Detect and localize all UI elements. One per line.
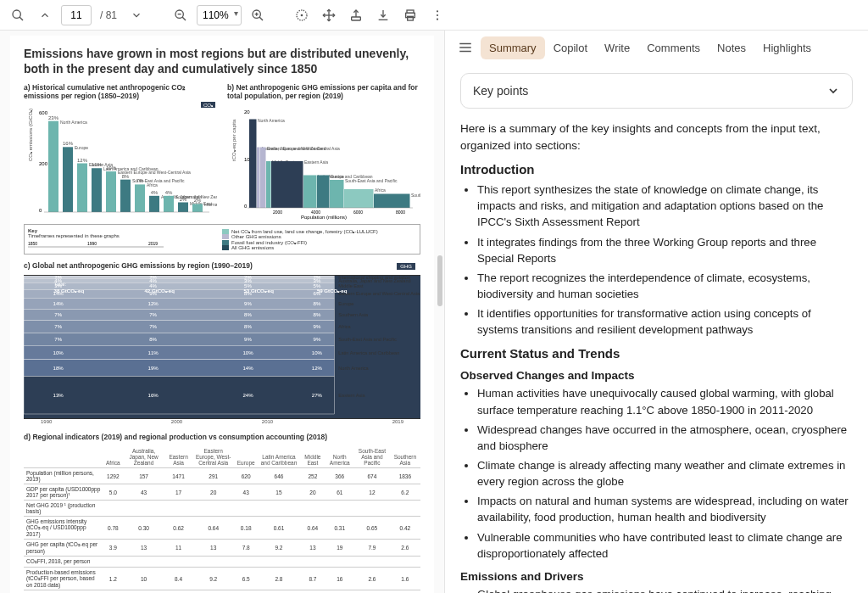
- list-item: Global greenhouse gas emissions have con…: [477, 586, 853, 593]
- search-icon[interactable]: [7, 4, 29, 26]
- svg-line-8: [259, 17, 263, 20]
- prev-page-icon[interactable]: [34, 4, 56, 26]
- side-panel: SummaryCopilotWriteCommentsNotesHighligh…: [445, 31, 868, 593]
- svg-text:Latin America and Caribbean: Latin America and Caribbean: [338, 350, 399, 355]
- svg-text:1850: 1850: [28, 241, 37, 246]
- svg-text:7%: 7%: [54, 337, 62, 342]
- bullet-list: Human activities have unequivocally caus…: [460, 385, 853, 561]
- svg-text:14%: 14%: [242, 366, 253, 371]
- legend-box: Key Timeframes represented in these grap…: [24, 224, 420, 255]
- svg-text:10%: 10%: [242, 350, 253, 355]
- next-page-icon[interactable]: [125, 4, 147, 26]
- svg-text:12%: 12%: [77, 158, 88, 163]
- more-icon[interactable]: [426, 4, 448, 26]
- svg-text:4%: 4%: [149, 278, 157, 283]
- tab-copilot[interactable]: Copilot: [545, 36, 596, 59]
- svg-rect-74: [344, 189, 374, 208]
- page-number-input[interactable]: [61, 5, 92, 25]
- svg-rect-29: [92, 169, 102, 213]
- tab-summary[interactable]: Summary: [481, 36, 545, 59]
- zoom-in-icon[interactable]: [247, 4, 269, 26]
- svg-rect-38: [135, 185, 145, 213]
- svg-rect-62: [260, 148, 266, 209]
- svg-rect-58: [249, 120, 257, 209]
- key-points-label: Key points: [473, 84, 528, 98]
- svg-point-0: [13, 10, 20, 18]
- svg-rect-76: [374, 194, 410, 209]
- tab-notes[interactable]: Notes: [709, 36, 754, 59]
- svg-rect-139: [24, 346, 334, 360]
- chart-panel-c: 2%2%2%2%International shipping and aviat…: [24, 275, 420, 419]
- tab-highlights[interactable]: Highlights: [754, 36, 820, 59]
- svg-text:8000: 8000: [396, 210, 405, 215]
- list-item: It integrates findings from the three Wo…: [477, 234, 853, 266]
- zoom-select[interactable]: 110%: [197, 5, 242, 25]
- svg-text:8%: 8%: [314, 313, 321, 318]
- svg-text:2%: 2%: [194, 199, 202, 204]
- list-item: Vulnerable communities who have contribu…: [477, 529, 853, 562]
- summary-body[interactable]: Key points Here is a summary of the key …: [445, 64, 868, 593]
- legend-item: All GHG emissions: [222, 245, 416, 250]
- svg-text:4%: 4%: [151, 190, 159, 195]
- chart-panel-b: tCO₂-eq per capita North AmericaAustrali…: [227, 102, 420, 221]
- svg-text:27%: 27%: [312, 393, 323, 398]
- svg-rect-115: [24, 299, 334, 310]
- unit-tag: GHG: [397, 263, 415, 270]
- svg-rect-97: [24, 279, 334, 283]
- panel-a-heading: a) Historical cumulative net anthropogen…: [24, 83, 217, 100]
- key-points-toggle[interactable]: Key points: [460, 73, 853, 109]
- svg-rect-32: [106, 171, 116, 212]
- svg-text:16%: 16%: [63, 142, 74, 147]
- svg-text:8%: 8%: [244, 313, 252, 318]
- svg-point-16: [437, 10, 438, 12]
- svg-text:7%: 7%: [149, 313, 157, 318]
- svg-text:Eastern Asia: Eastern Asia: [338, 393, 365, 398]
- zoom-out-icon[interactable]: [170, 4, 192, 26]
- list-item: It identifies opportunities for transfor…: [477, 305, 853, 338]
- svg-text:Africa: Africa: [147, 183, 158, 188]
- svg-text:24%: 24%: [242, 393, 253, 398]
- svg-rect-23: [63, 148, 73, 213]
- list-item: The report recognizes the interdependenc…: [477, 270, 853, 302]
- svg-text:12%: 12%: [312, 366, 323, 371]
- tab-comments[interactable]: Comments: [638, 36, 709, 59]
- svg-point-10: [301, 14, 302, 15]
- svg-text:13%: 13%: [53, 393, 64, 398]
- svg-rect-72: [330, 180, 344, 208]
- table-row: GDP per capita (USD1000ppp 2017 per pers…: [24, 484, 420, 501]
- tab-write[interactable]: Write: [596, 36, 638, 59]
- svg-text:North America: North America: [338, 366, 369, 371]
- svg-text:South-East Asia and Pacific: South-East Asia and Pacific: [338, 337, 397, 342]
- print-icon[interactable]: [399, 4, 421, 26]
- chart-panel-a: CO₂ CO₂ emissions (GtCO₂) 23%North Ameri…: [24, 102, 217, 221]
- svg-text:7%: 7%: [54, 325, 62, 330]
- rotate-icon[interactable]: [291, 4, 313, 26]
- svg-text:7%: 7%: [149, 325, 157, 330]
- download-icon[interactable]: [372, 4, 394, 26]
- svg-text:South-East Asia and Pacific: South-East Asia and Pacific: [345, 178, 398, 183]
- svg-point-17: [437, 14, 438, 15]
- svg-text:International shipping and avi: International shipping and aviation: [204, 203, 217, 208]
- pan-icon[interactable]: [318, 4, 340, 26]
- svg-text:Eastern Europe and West-Centra: Eastern Europe and West-Central Asia: [338, 292, 420, 297]
- svg-text:Southern Asia: Southern Asia: [338, 313, 369, 318]
- list-item: Impacts on natural and human systems are…: [477, 493, 853, 525]
- svg-text:9%: 9%: [314, 337, 321, 342]
- svg-text:59 GtCO₂-eq: 59 GtCO₂-eq: [317, 288, 348, 294]
- pdf-viewer[interactable]: Emissions have grown in most regions but…: [0, 31, 445, 593]
- menu-icon[interactable]: [453, 36, 477, 59]
- share-icon[interactable]: [345, 4, 367, 26]
- svg-text:tCO₂-eq per capita: tCO₂-eq per capita: [231, 119, 236, 161]
- svg-text:200: 200: [39, 161, 48, 166]
- svg-rect-127: [24, 321, 334, 333]
- svg-line-4: [182, 17, 186, 20]
- svg-text:4%: 4%: [165, 190, 173, 195]
- svg-text:Europe: Europe: [331, 174, 344, 179]
- svg-text:1990: 1990: [87, 241, 97, 246]
- svg-rect-35: [120, 180, 131, 212]
- scrollbar-thumb[interactable]: [437, 255, 442, 306]
- table-row: Population (million persons, 2019)129215…: [24, 468, 420, 484]
- bullet-list: This report synthesizes the state of kno…: [460, 182, 853, 338]
- pdf-toolbar: / 81 110%: [0, 0, 868, 31]
- list-item: This report synthesizes the state of kno…: [477, 182, 853, 230]
